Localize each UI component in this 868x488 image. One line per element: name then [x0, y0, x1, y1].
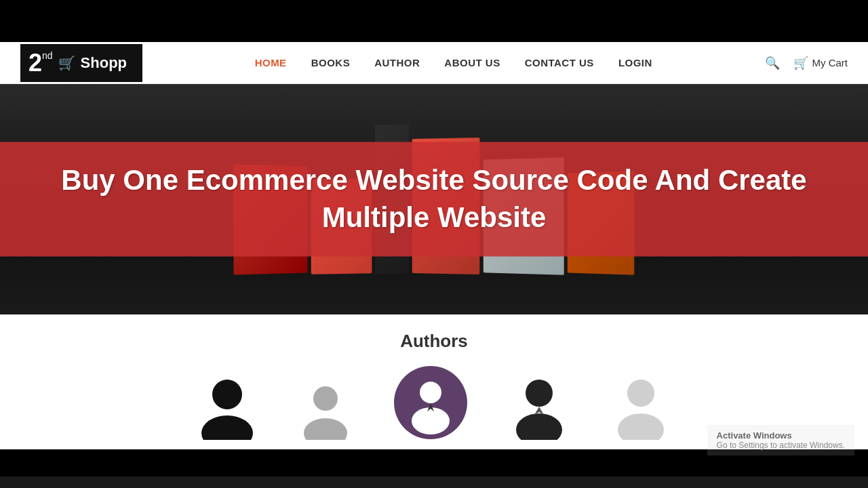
nav-about-us[interactable]: ABOUT US: [444, 57, 500, 68]
logo-text: Shopp: [81, 54, 127, 72]
svg-point-3: [304, 418, 347, 440]
author-4[interactable]: [509, 375, 570, 443]
activate-windows-subtitle: Go to Settings to activate Windows.: [717, 441, 845, 450]
cart-link[interactable]: 🛒 My Cart: [793, 56, 848, 70]
author-3[interactable]: [393, 365, 468, 443]
hero-banner: Buy One Ecommerce Website Source Code An…: [0, 142, 868, 256]
nav-contact-us[interactable]: CONTACT US: [525, 57, 594, 68]
author-2[interactable]: [298, 382, 353, 443]
cart-label: My Cart: [812, 57, 848, 68]
logo[interactable]: 2 nd 🛒 Shopp: [20, 44, 142, 82]
author-2-icon: [298, 382, 353, 440]
activate-windows-notice: Activate Windows Go to Settings to activ…: [707, 425, 854, 455]
black-bar-top: [0, 0, 868, 42]
cart-icon: 🛒: [793, 56, 808, 70]
svg-point-1: [201, 415, 253, 440]
author-1[interactable]: [197, 375, 258, 443]
authors-title: Authors: [41, 331, 827, 352]
nav-home[interactable]: HOME: [255, 57, 287, 68]
main-nav: HOME BOOKS AUTHOR ABOUT US CONTACT US LO…: [255, 57, 652, 68]
activate-windows-title: Activate Windows: [717, 430, 845, 441]
hero-title: Buy One Ecommerce Website Source Code An…: [27, 162, 841, 236]
nav-books[interactable]: BOOKS: [311, 57, 351, 68]
logo-cart-icon: 🛒: [58, 55, 75, 71]
author-5-icon: [610, 375, 671, 440]
svg-point-12: [618, 413, 664, 440]
svg-point-0: [212, 380, 242, 409]
svg-point-9: [516, 413, 562, 440]
search-icon[interactable]: 🔍: [765, 56, 780, 70]
svg-point-11: [627, 380, 654, 407]
author-1-icon: [197, 375, 258, 440]
nav-author[interactable]: AUTHOR: [374, 57, 420, 68]
logo-superscript: nd: [42, 51, 53, 60]
nav-login[interactable]: LOGIN: [618, 57, 652, 68]
svg-point-6: [412, 407, 450, 434]
header: 2 nd 🛒 Shopp HOME BOOKS AUTHOR ABOUT US …: [0, 42, 868, 84]
main-wrapper: 2 nd 🛒 Shopp HOME BOOKS AUTHOR ABOUT US …: [0, 42, 868, 449]
svg-point-8: [526, 380, 553, 407]
svg-point-5: [420, 382, 441, 403]
svg-point-2: [313, 386, 338, 411]
author-4-icon: [509, 375, 570, 440]
hero-section: Buy One Ecommerce Website Source Code An…: [0, 84, 868, 314]
header-right: 🔍 🛒 My Cart: [765, 56, 848, 70]
author-3-icon: [393, 365, 468, 440]
author-5[interactable]: [610, 375, 671, 443]
logo-number: 2: [28, 51, 42, 75]
